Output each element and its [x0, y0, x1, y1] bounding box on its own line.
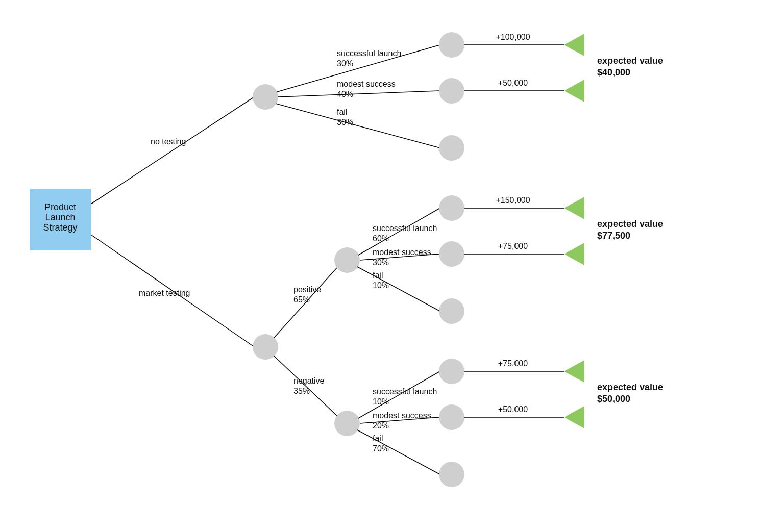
- pos-o1-pct: 60%: [373, 234, 389, 243]
- neg-o2-label: modest success: [373, 411, 431, 420]
- neg-o1-label: successful launch: [373, 387, 437, 396]
- edge-nt-o2: [278, 91, 439, 97]
- nt-o2-pct: 40%: [337, 90, 353, 98]
- nt-o3-label: fail: [337, 108, 347, 116]
- pos-o2-pct: 30%: [373, 258, 389, 267]
- root-label-line2: Launch: [45, 212, 75, 222]
- chance-node-negative: [334, 411, 360, 436]
- root-label-line1: Product: [44, 202, 76, 212]
- ev-title-pos: expected value: [597, 219, 663, 229]
- edge-mt-negative: [274, 356, 337, 416]
- dec-no-testing-label: no testing: [151, 137, 186, 146]
- ev-title-neg: expected value: [597, 382, 663, 392]
- ev-val-neg: $50,000: [597, 394, 630, 404]
- nt-o3-pct: 30%: [337, 118, 353, 126]
- neg-o2-pct: 20%: [373, 421, 389, 430]
- outcome-node: [439, 462, 464, 487]
- outcome-node: [439, 32, 464, 58]
- neg-o1-pct: 10%: [373, 397, 389, 406]
- pos-o2-payoff: +75,000: [498, 242, 528, 250]
- outcome-node: [439, 78, 464, 104]
- ev-title-nt: expected value: [597, 56, 663, 66]
- terminal-icon: [564, 406, 584, 428]
- neg-o3-label: fail: [373, 434, 383, 443]
- ev-val-pos: $77,500: [597, 231, 630, 241]
- terminal-icon: [564, 197, 584, 219]
- neg-o3-pct: 70%: [373, 444, 389, 453]
- chance-node-positive: [334, 247, 360, 273]
- root-label-line3: Strategy: [43, 222, 77, 233]
- neg-o2-payoff: +50,000: [498, 405, 528, 414]
- test-negative-label: negative: [293, 376, 325, 385]
- terminal-icon: [564, 360, 584, 383]
- decision-tree-diagram: Product Launch Strategy no testing marke…: [0, 0, 784, 532]
- ev-val-nt: $40,000: [597, 67, 630, 78]
- edge-root-to-notesting: [91, 97, 254, 204]
- outcome-node: [439, 298, 464, 324]
- terminal-icon: [564, 34, 584, 56]
- nt-o2-payoff: +50,000: [498, 79, 528, 87]
- outcome-node: [439, 241, 464, 267]
- pos-o3-label: fail: [373, 271, 383, 280]
- outcome-node: [439, 195, 464, 221]
- terminal-icon: [564, 243, 584, 265]
- pos-o3-pct: 10%: [373, 281, 389, 290]
- nt-o1-label: successful launch: [337, 49, 401, 58]
- pos-o2-label: modest success: [373, 248, 431, 257]
- neg-o1-payoff: +75,000: [498, 359, 528, 368]
- outcome-node: [439, 359, 464, 384]
- chance-node-notesting: [253, 84, 278, 110]
- outcome-node: [439, 135, 464, 161]
- test-positive-pct: 65%: [293, 295, 310, 304]
- edge-neg-o3: [357, 430, 440, 474]
- test-negative-pct: 35%: [293, 387, 310, 395]
- nt-o1-payoff: +100,000: [496, 33, 530, 41]
- edge-pos-o3: [357, 267, 440, 311]
- nt-o1-pct: 30%: [337, 59, 353, 68]
- dec-market-testing-label: market testing: [139, 289, 190, 297]
- edge-nt-o3: [276, 104, 440, 148]
- pos-o1-payoff: +150,000: [496, 196, 530, 205]
- test-positive-label: positive: [293, 285, 321, 294]
- terminal-icon: [564, 80, 584, 102]
- outcome-node: [439, 404, 464, 430]
- nt-o2-label: modest success: [337, 80, 396, 88]
- pos-o1-label: successful launch: [373, 224, 437, 233]
